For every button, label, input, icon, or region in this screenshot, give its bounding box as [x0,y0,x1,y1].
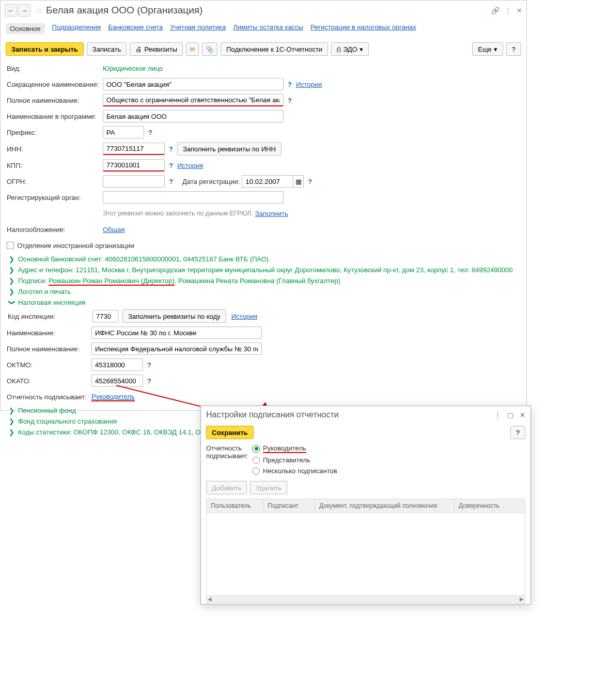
scroll-right-icon[interactable]: ▶ [520,596,524,602]
connect-1c-button[interactable]: Подключение к 1С-Отчетности [221,42,328,56]
tab-bank-accounts[interactable]: Банковские счета [108,23,163,34]
radio-representative[interactable] [253,457,260,464]
reg-org-input[interactable] [103,191,284,204]
close-icon[interactable]: ✕ [520,411,525,419]
chevron-right-icon: ❯ [9,288,15,295]
chevron-right-icon: ❯ [9,255,15,263]
close-icon[interactable]: ✕ [517,7,522,14]
prefix-label: Префикс: [7,129,103,136]
history-link[interactable]: История [177,162,203,169]
help-icon[interactable]: ? [147,377,151,385]
help-icon[interactable]: ? [288,81,292,88]
main-window: ← → ☆ Белая акация ООО (Организация) 🔗 ⋮… [0,0,527,411]
add-button[interactable]: Добавить [206,481,247,494]
tab-accounting-policy[interactable]: Учетная политика [170,23,226,34]
nav-forward-button[interactable]: → [18,4,30,17]
edo-button[interactable]: ⎙ЭДО ▾ [331,42,369,56]
okato-label: ОКАТО: [7,377,91,385]
popup-help-button[interactable]: ? [510,426,525,439]
kpp-label: КПП: [7,162,103,169]
save-button[interactable]: Записать [87,42,127,56]
ogrn-label: ОГРН: [7,178,103,185]
radio-multiple-label: Несколько подписантов [263,467,337,475]
form-area: Вид: Юридическое лицо Сокращенное наимен… [1,61,526,440]
history-link[interactable]: История [296,81,322,88]
reg-date-label: Дата регистрации: [182,178,240,185]
insp-code-label: Код инспекции: [8,313,92,320]
radio-leader[interactable] [253,445,260,453]
delete-button[interactable]: Удалить [250,481,287,494]
help-icon[interactable]: ? [308,178,312,185]
fill-by-inn-button[interactable]: Заполнить реквизиты по ИНН [177,142,282,155]
more-button[interactable]: Еще ▾ [472,42,503,56]
help-icon[interactable]: ? [169,145,173,153]
egrul-fill-link[interactable]: Заполнить [255,210,288,217]
help-icon[interactable]: ? [288,97,292,104]
popup-signer-label-2: подписывает: [206,452,247,460]
tab-divisions[interactable]: Подразделения [52,23,101,34]
full-name-input[interactable] [103,94,284,106]
history-link[interactable]: История [231,313,257,320]
foreign-branch-checkbox[interactable] [7,242,14,249]
radio-multiple[interactable] [253,468,260,475]
fill-by-code-button[interactable]: Заполнить реквизиты по коду [122,309,226,323]
group-tax-inspection[interactable]: ❯Налоговая инспекция [7,299,520,306]
horizontal-scrollbar[interactable]: ◀ ▶ [206,596,525,603]
tab-main[interactable]: Основное [6,23,45,34]
col-user: Пользователь [207,499,263,512]
help-icon[interactable]: ? [169,178,173,185]
insp-code-input[interactable] [92,310,118,322]
prefix-input[interactable] [103,126,144,138]
ogrn-input[interactable] [103,175,165,188]
short-name-label: Сокращенное наименование: [7,81,103,88]
toolbar: Записать и закрыть Записать 🖨Реквизиты ✉… [1,40,526,61]
reporting-signer-link[interactable]: Руководитель [91,393,135,401]
kebab-menu-icon[interactable]: ⋮ [505,7,511,14]
group-signatures[interactable]: ❯Подписи: Ромашкин Роман Романович (Дире… [7,277,520,285]
group-logo-stamp[interactable]: ❯Логотип и печать [7,288,520,295]
reg-org-label: Регистрирующий орган: [7,194,103,201]
reg-date-input[interactable] [242,175,293,188]
help-icon[interactable]: ? [169,162,173,169]
tab-tax-registrations[interactable]: Регистрации в налоговых органах [310,23,416,34]
chevron-right-icon: ❯ [9,266,15,274]
prog-name-input[interactable] [103,110,284,122]
group-address-phone[interactable]: ❯Адрес и телефон: 121151, Москва г, Внут… [7,266,520,274]
oktmo-label: ОКТМО: [7,361,91,369]
mail-button[interactable]: ✉ [186,42,199,56]
tab-cash-limits[interactable]: Лимиты остатка кассы [233,23,303,34]
table-body [206,513,525,596]
taxation-link[interactable]: Общая [103,226,125,234]
table-header: Пользователь Подписант Документ, подтвер… [206,499,525,513]
short-name-input[interactable] [103,78,284,90]
oktmo-input[interactable] [91,359,143,371]
help-button[interactable]: ? [506,42,521,56]
kebab-menu-icon[interactable]: ⋮ [494,411,501,419]
calendar-icon[interactable]: ▦ [293,175,304,188]
attach-button[interactable]: 📎 [202,42,217,56]
popup-save-button[interactable]: Сохранить [206,426,254,439]
requisites-button[interactable]: 🖨Реквизиты [130,42,183,56]
scroll-left-icon[interactable]: ◀ [208,596,212,602]
help-icon[interactable]: ? [148,129,152,136]
kpp-input[interactable] [103,159,165,172]
save-close-button[interactable]: Записать и закрыть [6,42,84,56]
help-icon[interactable]: ? [147,361,151,369]
radio-leader-label: Руководитель [263,444,306,453]
inn-input[interactable] [103,143,165,155]
chevron-down-icon: ❯ [8,300,16,306]
kind-value: Юридическое лицо [103,65,163,72]
tab-bar: Основное Подразделения Банковские счета … [1,20,526,37]
maximize-icon[interactable]: ▢ [507,411,513,419]
insp-name-input[interactable] [91,326,262,339]
insp-full-name-input[interactable] [91,343,262,355]
col-doc: Документ, подтверждающий полномочия [315,499,455,512]
prog-name-label: Наименование в программе: [7,113,103,120]
favorite-icon[interactable]: ☆ [35,5,43,16]
popup-title: Настройки подписания отчетности [206,410,339,419]
nav-back-button[interactable]: ← [5,4,17,17]
link-icon[interactable]: 🔗 [491,7,499,14]
popup-signer-label: Отчетность [206,444,247,452]
group-bank-account[interactable]: ❯Основной банковский счет: 4060281061580… [7,255,520,263]
chevron-right-icon: ❯ [9,407,15,414]
